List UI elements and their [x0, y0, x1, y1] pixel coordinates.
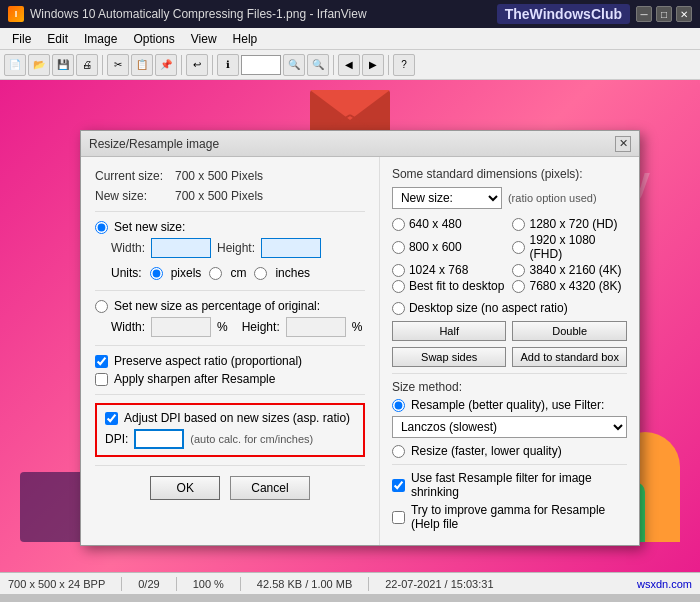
dim-1920-radio[interactable] — [512, 241, 525, 254]
undo-button[interactable]: ↩ — [186, 54, 208, 76]
pct-radio[interactable] — [95, 300, 108, 313]
menu-edit[interactable]: Edit — [39, 30, 76, 48]
zoom-in-button[interactable]: 🔍 — [307, 54, 329, 76]
close-button[interactable]: ✕ — [676, 6, 692, 22]
swap-button[interactable]: Swap sides — [392, 347, 507, 367]
divider-4 — [95, 394, 365, 395]
menu-options[interactable]: Options — [125, 30, 182, 48]
zoom-input[interactable]: 100 — [241, 55, 281, 75]
some-standard-label: Some standard dimensions (pixels): — [392, 167, 627, 181]
menu-help[interactable]: Help — [225, 30, 266, 48]
dialog-close-button[interactable]: ✕ — [615, 136, 631, 152]
dpi-input[interactable]: 300 — [134, 429, 184, 449]
status-bar: 700 x 500 x 24 BPP 0/29 100 % 42.58 KB /… — [0, 572, 700, 594]
brand-label: TheWindowsClub — [497, 4, 630, 24]
resize-label: Resize (faster, lower quality) — [411, 444, 562, 458]
ok-button[interactable]: OK — [150, 476, 220, 500]
dim-desktop-label: Desktop size (no aspect ratio) — [409, 301, 568, 315]
toolbar-separator — [102, 55, 103, 75]
dim-best-row: Best fit to desktop — [392, 279, 507, 293]
dim-best-radio[interactable] — [392, 280, 405, 293]
inches-radio[interactable] — [254, 267, 267, 280]
dim-best-label: Best fit to desktop — [409, 279, 504, 293]
new-button[interactable]: 📄 — [4, 54, 26, 76]
add-standard-button[interactable]: Add to standard box — [512, 347, 627, 367]
toolbar: 📄 📂 💾 🖨 ✂ 📋 📌 ↩ ℹ 100 🔍 🔍 ◀ ▶ ? — [0, 50, 700, 80]
prev-button[interactable]: ◀ — [338, 54, 360, 76]
cancel-button[interactable]: Cancel — [230, 476, 309, 500]
preserve-aspect-checkbox[interactable] — [95, 355, 108, 368]
save-button[interactable]: 💾 — [52, 54, 74, 76]
dim-800-row: 800 x 600 — [392, 233, 507, 261]
copy-button[interactable]: 📋 — [131, 54, 153, 76]
dim-640-row: 640 x 480 — [392, 217, 507, 231]
status-sep-4 — [368, 577, 369, 591]
status-datetime: 22-07-2021 / 15:03:31 — [385, 578, 493, 590]
pct-width-input[interactable]: 100.00 — [151, 317, 211, 337]
dim-800-label: 800 x 600 — [409, 240, 462, 254]
dim-640-radio[interactable] — [392, 218, 405, 231]
height-input[interactable]: 500 — [261, 238, 321, 258]
dimensions-grid: 640 x 480 1280 x 720 (HD) 800 x 600 1920… — [392, 217, 627, 293]
resize-radio[interactable] — [392, 445, 405, 458]
status-sep-1 — [121, 577, 122, 591]
status-brand: wsxdn.com — [637, 578, 692, 590]
pct-width-row: Width: 100.00 % Height: 100.00 % — [111, 317, 365, 337]
resample-radio[interactable] — [392, 399, 405, 412]
dim-640-label: 640 x 480 — [409, 217, 462, 231]
new-size-select[interactable]: New size: — [392, 187, 502, 209]
resample-label: Resample (better quality), use Filter: — [411, 398, 604, 412]
units-label: Units: — [111, 266, 142, 280]
window-controls: ─ □ ✕ — [636, 6, 692, 22]
double-button[interactable]: Double — [512, 321, 627, 341]
current-size-row: Current size: 700 x 500 Pixels — [95, 169, 365, 183]
maximize-button[interactable]: □ — [656, 6, 672, 22]
cm-radio[interactable] — [209, 267, 222, 280]
dim-3840-label: 3840 x 2160 (4K) — [529, 263, 621, 277]
units-row: Units: pixels cm inches — [111, 266, 365, 280]
divider-3 — [95, 345, 365, 346]
inches-label: inches — [275, 266, 310, 280]
new-size-label: New size: — [95, 189, 175, 203]
width-input[interactable]: 700 — [151, 238, 211, 258]
menu-view[interactable]: View — [183, 30, 225, 48]
pixels-label: pixels — [171, 266, 202, 280]
divider-1 — [95, 211, 365, 212]
dim-1024-row: 1024 x 768 — [392, 263, 507, 277]
cm-label: cm — [230, 266, 246, 280]
cut-button[interactable]: ✂ — [107, 54, 129, 76]
dim-3840-row: 3840 x 2160 (4K) — [512, 263, 627, 277]
print-button[interactable]: 🖨 — [76, 54, 98, 76]
minimize-button[interactable]: ─ — [636, 6, 652, 22]
gamma-checkbox[interactable] — [392, 511, 405, 524]
dpi-label: DPI: — [105, 432, 128, 446]
dim-1024-radio[interactable] — [392, 264, 405, 277]
next-button[interactable]: ▶ — [362, 54, 384, 76]
fast-resample-checkbox[interactable] — [392, 479, 405, 492]
resize-dialog: Resize/Resample image ✕ Current size: 70… — [80, 130, 640, 546]
paste-button[interactable]: 📌 — [155, 54, 177, 76]
dim-800-radio[interactable] — [392, 241, 405, 254]
dim-7680-radio[interactable] — [512, 280, 525, 293]
zoom-out-button[interactable]: 🔍 — [283, 54, 305, 76]
dpi-section: Adjust DPI based on new sizes (asp. rati… — [95, 403, 365, 457]
half-button[interactable]: Half — [392, 321, 507, 341]
pixels-radio[interactable] — [150, 267, 163, 280]
pct-height-input[interactable]: 100.00 — [286, 317, 346, 337]
info-button[interactable]: ℹ — [217, 54, 239, 76]
help-button[interactable]: ? — [393, 54, 415, 76]
status-sep-2 — [176, 577, 177, 591]
menu-image[interactable]: Image — [76, 30, 125, 48]
dim-1280-radio[interactable] — [512, 218, 525, 231]
apply-sharpen-checkbox[interactable] — [95, 373, 108, 386]
pct-width-label: Width: — [111, 320, 145, 334]
set-new-size-radio[interactable] — [95, 221, 108, 234]
menu-file[interactable]: File — [4, 30, 39, 48]
filter-select[interactable]: Lanczos (slowest) — [392, 416, 627, 438]
dim-desktop-radio[interactable] — [392, 302, 405, 315]
dim-3840-radio[interactable] — [512, 264, 525, 277]
menu-bar: File Edit Image Options View Help — [0, 28, 700, 50]
dialog-title-text: Resize/Resample image — [89, 137, 219, 151]
open-button[interactable]: 📂 — [28, 54, 50, 76]
adjust-dpi-checkbox[interactable] — [105, 412, 118, 425]
